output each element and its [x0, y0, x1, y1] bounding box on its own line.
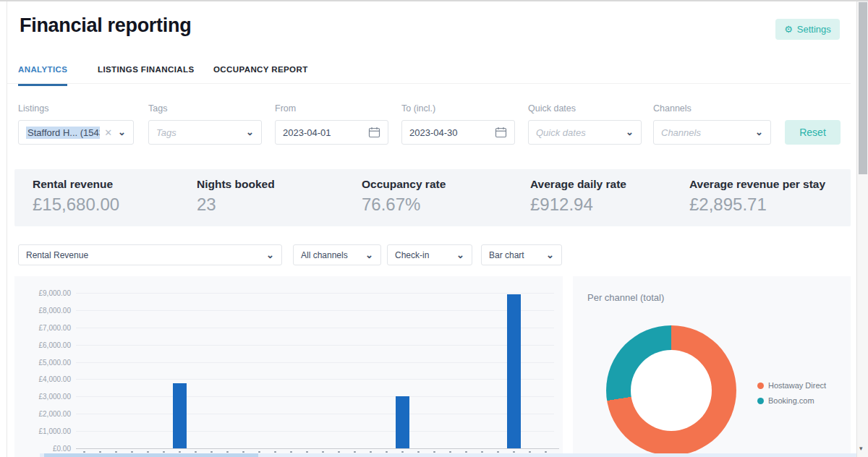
x-axis-tick: [513, 451, 515, 453]
y-axis-tick-label: £6,000.00: [19, 341, 71, 349]
gridline: [76, 293, 554, 294]
x-axis-tick: [465, 451, 467, 453]
stat-nights-booked: Nights booked 23: [197, 178, 275, 215]
x-axis-tick: [115, 451, 117, 453]
legend-dot-icon: [757, 383, 764, 389]
vertical-scrollbar-thumb[interactable]: [859, 2, 867, 174]
x-axis-tick: [258, 451, 260, 453]
channels-select[interactable]: Channels ⌄: [653, 120, 771, 145]
stat-average-revenue-per-stay: Average revenue per stay £2,895.71: [689, 178, 825, 215]
x-axis-tick: [163, 451, 165, 453]
quick-dates-placeholder: Quick dates: [536, 127, 586, 138]
x-axis-tick: [147, 451, 149, 453]
x-axis-tick: [386, 451, 388, 453]
y-axis-tick-label: £2,000.00: [19, 410, 71, 418]
donut-chart-title: Per channel (total): [587, 292, 664, 303]
settings-button[interactable]: ⚙ Settings: [775, 19, 840, 40]
x-axis-tick: [99, 451, 101, 453]
x-axis-tick: [179, 451, 181, 453]
tab-listings-financials[interactable]: LISTINGS FINANCIALS: [98, 65, 194, 84]
x-axis-tick: [195, 451, 197, 453]
vertical-scrollbar[interactable]: ▾: [856, 1, 868, 457]
page-title: Financial reporting: [20, 14, 191, 37]
x-axis-tick: [274, 451, 276, 453]
x-axis-tick: [306, 451, 308, 453]
gridline: [76, 431, 554, 432]
settings-button-label: Settings: [797, 24, 831, 35]
date-basis-value: Check-in: [395, 250, 429, 260]
y-axis-tick-label: £0.00: [19, 445, 71, 453]
stat-value: 23: [197, 195, 275, 215]
donut-hole: [631, 350, 712, 431]
chevron-down-icon: ⌄: [240, 129, 254, 135]
to-date-input[interactable]: 2023-04-30: [401, 120, 515, 145]
gridline: [76, 328, 554, 328]
chart-type-select[interactable]: Bar chart ⌄: [481, 244, 562, 265]
bar-Apr 28[interactable]: [507, 294, 521, 448]
stat-label: Occupancy rate: [362, 178, 446, 191]
horizontal-scrollbar-thumb[interactable]: [44, 453, 258, 457]
x-axis-tick: [226, 451, 229, 453]
x-axis-tick: [529, 451, 531, 453]
listings-selected-value: Stafford H... (1543: [26, 127, 100, 139]
bar-Apr 21[interactable]: [396, 396, 409, 448]
horizontal-scrollbar[interactable]: [40, 453, 856, 457]
metric-select[interactable]: Rental Revenue ⌄: [18, 244, 282, 265]
x-axis-tick: [131, 451, 133, 453]
calendar-icon[interactable]: [495, 127, 507, 138]
calendar-icon[interactable]: [368, 127, 380, 138]
stat-value: 76.67%: [362, 195, 446, 215]
x-axis-tick: [370, 451, 372, 453]
tab-occupancy-report[interactable]: OCCUPANCY REPORT: [213, 65, 308, 84]
date-basis-select[interactable]: Check-in ⌄: [387, 244, 472, 265]
stat-value: £2,895.71: [689, 195, 825, 215]
legend-label: Hostaway Direct: [768, 381, 826, 390]
gridline: [76, 345, 554, 346]
x-axis-tick: [497, 451, 499, 453]
channel-filter-value: All channels: [301, 250, 348, 260]
stat-label: Average revenue per stay: [689, 178, 825, 191]
tab-analytics[interactable]: ANALYTICS: [18, 65, 67, 86]
channels-placeholder: Channels: [661, 127, 701, 138]
donut-legend: Hostaway DirectBooking.com: [757, 381, 826, 411]
listings-select[interactable]: Stafford H... (1543 ✕ ⌄: [18, 120, 134, 145]
legend-item[interactable]: Booking.com: [757, 396, 826, 405]
tags-placeholder: Tags: [156, 127, 176, 138]
x-axis-tick: [210, 451, 213, 453]
channel-filter-select[interactable]: All channels ⌄: [293, 244, 381, 265]
clear-icon[interactable]: ✕: [104, 127, 112, 138]
quick-dates-select[interactable]: Quick dates ⌄: [528, 120, 642, 145]
y-axis-tick-label: £4,000.00: [19, 375, 71, 383]
tags-select[interactable]: Tags ⌄: [148, 120, 262, 145]
from-date-input[interactable]: 2023-04-01: [275, 120, 388, 145]
x-axis-tick: [417, 451, 420, 453]
x-axis-tick: [83, 451, 85, 453]
chevron-down-icon: ⌄: [260, 252, 274, 258]
stat-rental-revenue: Rental revenue £15,680.00: [33, 178, 119, 215]
reset-button[interactable]: Reset: [785, 120, 841, 145]
legend-dot-icon: [757, 398, 764, 404]
stat-value: £912.94: [530, 195, 626, 215]
from-label: From: [275, 103, 296, 114]
tags-label: Tags: [148, 103, 167, 114]
per-channel-donut-panel: Per channel (total) Hostaway DirectBooki…: [573, 276, 851, 457]
x-axis-tick: [545, 451, 547, 453]
gear-icon: ⚙: [784, 25, 793, 34]
x-axis-tick: [338, 451, 340, 453]
chevron-down-icon: ⌄: [540, 252, 554, 258]
listings-label: Listings: [18, 103, 48, 114]
stat-value: £15,680.00: [33, 195, 119, 215]
y-axis-tick-label: £9,000.00: [19, 289, 71, 297]
gridline: [76, 396, 554, 397]
bar-Apr 07[interactable]: [173, 383, 187, 448]
legend-item[interactable]: Hostaway Direct: [757, 381, 826, 390]
y-axis-tick-label: £5,000.00: [19, 358, 71, 366]
chevron-down-icon: ⌄: [749, 129, 763, 135]
chart-type-value: Bar chart: [489, 250, 524, 260]
y-axis-tick-label: £1,000.00: [19, 427, 71, 435]
y-axis-tick-label: £3,000.00: [19, 393, 71, 401]
chevron-down-icon: ⌄: [112, 129, 126, 135]
stat-average-daily-rate: Average daily rate £912.94: [530, 178, 626, 215]
scrollbar-down-arrow-icon[interactable]: ▾: [859, 445, 863, 452]
y-axis-tick-label: £8,000.00: [19, 306, 71, 314]
